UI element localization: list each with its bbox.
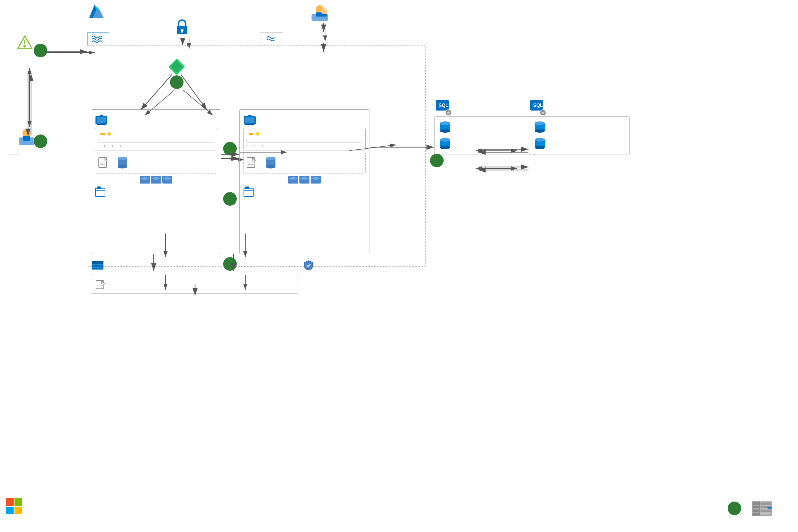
nsg-icon bbox=[304, 260, 313, 271]
vm2-datafiles-box bbox=[243, 153, 366, 173]
vm1-datafiles-box bbox=[95, 153, 217, 173]
svg-marker-64 bbox=[256, 132, 260, 136]
vm1-queues-area bbox=[95, 176, 217, 184]
lb-diamond-icon bbox=[169, 58, 185, 76]
badge-7 bbox=[430, 154, 444, 167]
svg-rect-115 bbox=[760, 502, 771, 505]
vm1-code-box bbox=[98, 139, 214, 142]
svg-point-24 bbox=[22, 129, 31, 137]
svg-point-107 bbox=[535, 146, 545, 149]
svg-rect-81 bbox=[92, 261, 103, 264]
ms-cell-yellow bbox=[15, 507, 22, 515]
badge-8 bbox=[728, 501, 741, 515]
virtual-network-box bbox=[87, 33, 109, 45]
svg-rect-79 bbox=[245, 187, 249, 189]
badge-2 bbox=[34, 44, 47, 57]
nsg-area bbox=[302, 260, 313, 271]
svg-point-92 bbox=[440, 129, 450, 133]
vm2-box bbox=[240, 109, 369, 254]
badge-4 bbox=[223, 142, 237, 155]
sql-secondary-section: SQL bbox=[529, 97, 629, 155]
ms-cell-green bbox=[15, 498, 22, 506]
svg-rect-62 bbox=[245, 124, 254, 125]
vm2-infinite-box bbox=[243, 128, 366, 150]
badge-1 bbox=[34, 134, 47, 148]
svg-rect-59 bbox=[97, 187, 101, 189]
geo-replication-box bbox=[479, 145, 526, 150]
svg-point-97 bbox=[440, 138, 450, 141]
vm2-queues-area bbox=[243, 176, 366, 184]
svg-rect-42 bbox=[97, 124, 106, 125]
vm2-btn-batch bbox=[263, 145, 269, 147]
expressroute-icon bbox=[17, 35, 33, 52]
storage-icon bbox=[91, 260, 104, 271]
svg-rect-37 bbox=[321, 14, 327, 17]
sql-secondary-box bbox=[529, 116, 629, 155]
fileshare-box bbox=[91, 274, 298, 294]
svg-rect-31 bbox=[181, 30, 183, 33]
svg-rect-58 bbox=[95, 188, 105, 196]
svg-marker-44 bbox=[107, 132, 111, 136]
vm1-box bbox=[91, 109, 221, 254]
ms-cell-blue bbox=[6, 507, 14, 515]
svg-point-108 bbox=[535, 138, 545, 141]
vm1-icon bbox=[95, 113, 108, 126]
svg-rect-43 bbox=[100, 115, 103, 117]
svg-rect-78 bbox=[244, 188, 253, 196]
svg-point-50 bbox=[118, 165, 127, 169]
vm2-btn-pdm bbox=[247, 145, 253, 147]
svg-point-71 bbox=[266, 157, 276, 160]
svg-rect-41 bbox=[97, 117, 106, 123]
vm1-azurefiles bbox=[95, 186, 217, 197]
svg-point-96 bbox=[440, 146, 450, 149]
svg-point-70 bbox=[266, 165, 276, 169]
azure-users-icon bbox=[310, 3, 329, 23]
svg-point-93 bbox=[440, 121, 450, 125]
ms-cell-orange bbox=[6, 498, 14, 506]
vm1-btn-pdm bbox=[98, 145, 104, 147]
vm1-infinite-box bbox=[95, 128, 217, 150]
vm2-icon bbox=[243, 113, 256, 126]
vm2-btn-ui bbox=[254, 145, 261, 147]
azure-logo-area bbox=[89, 4, 107, 19]
svg-text:SQL: SQL bbox=[439, 103, 448, 108]
peer-vnet-box bbox=[260, 33, 283, 45]
svg-point-36 bbox=[321, 8, 327, 14]
svg-rect-63 bbox=[248, 115, 251, 117]
ms-azure-logo bbox=[6, 498, 26, 514]
svg-point-104 bbox=[535, 121, 545, 125]
svg-rect-117 bbox=[760, 510, 771, 512]
ssl-lock-icon bbox=[174, 18, 190, 38]
site-recovery-section bbox=[728, 499, 774, 517]
vm1-btn-ui bbox=[106, 145, 113, 147]
svg-rect-25 bbox=[23, 136, 30, 141]
badge-6 bbox=[223, 257, 237, 271]
badge-5 bbox=[223, 192, 237, 206]
svg-rect-61 bbox=[245, 117, 254, 123]
svg-point-20 bbox=[23, 45, 26, 48]
svg-point-103 bbox=[535, 129, 545, 133]
badge-3 bbox=[170, 75, 184, 89]
onpremises-user-icon bbox=[18, 127, 36, 146]
vm1-btn-batch bbox=[114, 145, 120, 147]
vm2-code-box bbox=[247, 139, 362, 142]
vm2-azurefiles bbox=[243, 186, 366, 197]
site-recovery-icon bbox=[751, 499, 774, 517]
svg-point-51 bbox=[118, 157, 127, 160]
azure-logo-icon bbox=[89, 4, 104, 19]
svg-text:SQL: SQL bbox=[533, 103, 543, 108]
tn5250-client-box bbox=[9, 151, 19, 155]
